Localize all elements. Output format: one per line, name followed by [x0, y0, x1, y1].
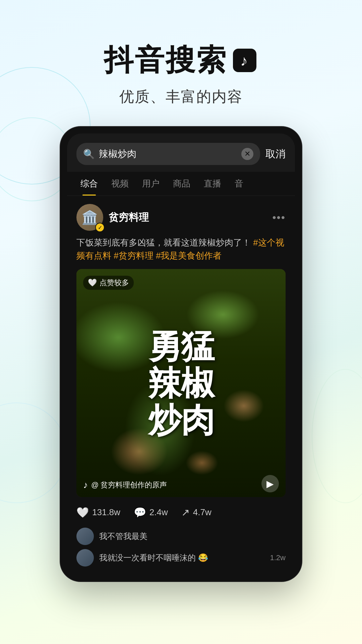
svg-text:♪: ♪	[240, 52, 249, 68]
tiktok-logo-icon: ♪	[231, 47, 258, 74]
commenter-avatar-1	[76, 528, 94, 545]
food-background: 🤍 点赞较多 勇猛辣椒炒肉 ♪ @ 贫穷料理创作的原声 ▶	[76, 269, 286, 497]
user-row: 🏛️ ✓ 贫穷料理 •••	[76, 204, 286, 231]
like-count[interactable]: 🤍 131.8w	[76, 506, 120, 518]
comment-item-1: 我不管我最美	[76, 528, 286, 545]
comment-count[interactable]: 💬 2.4w	[134, 506, 168, 518]
comment-count-text: 2.4w	[149, 507, 168, 518]
engagement-row: 🤍 131.8w 💬 2.4w ↗ 4.7w	[76, 504, 286, 521]
audio-text: @ 贫穷料理创作的原声	[91, 480, 167, 490]
video-thumbnail[interactable]: 🤍 点赞较多 勇猛辣椒炒肉 ♪ @ 贫穷料理创作的原声 ▶	[76, 269, 286, 497]
share-count-text: 4.7w	[193, 507, 212, 518]
user-avatar: 🏛️ ✓	[76, 204, 103, 231]
search-input-wrap[interactable]: 🔍 辣椒炒肉 ✕	[76, 143, 260, 165]
share-count[interactable]: ↗ 4.7w	[181, 506, 212, 518]
tab-直播[interactable]: 直播	[197, 172, 228, 196]
content-area: 🏛️ ✓ 贫穷料理 ••• 下饭菜到底有多凶猛，就看这道辣椒炒肉了！ #这个视频…	[67, 196, 295, 575]
post-text: 下饭菜到底有多凶猛，就看这道辣椒炒肉了！ #这个视频有点料 #贫穷料理 #我是美…	[76, 236, 286, 262]
tab-商品[interactable]: 商品	[166, 172, 197, 196]
verified-badge: ✓	[95, 223, 105, 232]
search-bar: 🔍 辣椒炒肉 ✕ 取消	[67, 133, 295, 172]
tab-音乐[interactable]: 音	[228, 172, 250, 196]
tab-视频[interactable]: 视频	[105, 172, 135, 196]
tab-综合[interactable]: 综合	[74, 172, 105, 196]
comment-reaction-count: 1.2w	[270, 553, 286, 562]
more-options-icon[interactable]: •••	[272, 211, 286, 224]
comment-item-2: 我就没一次看时不咽唾沫的 😂 1.2w	[76, 549, 286, 567]
heart-icon: 🤍	[76, 506, 89, 518]
likes-badge: 🤍 点赞较多	[83, 276, 134, 290]
tabs-bar: 综合 视频 用户 商品 直播 音	[67, 172, 295, 196]
video-overlay-text: 勇猛辣椒炒肉	[148, 328, 214, 438]
user-name: 贫穷料理	[109, 211, 267, 224]
search-cancel-button[interactable]: 取消	[265, 147, 286, 161]
like-count-text: 131.8w	[92, 507, 120, 518]
post-plain-text: 下饭菜到底有多凶猛，就看这道辣椒炒肉了！	[76, 237, 251, 248]
comment-preview: 我不管我最美 我就没一次看时不咽唾沫的 😂 1.2w	[76, 528, 286, 567]
likes-badge-text: 点赞较多	[100, 278, 129, 288]
hashtag-2[interactable]: #贫穷料理	[114, 251, 156, 261]
audio-bar: ♪ @ 贫穷料理创作的原声	[83, 480, 265, 490]
bg-ellipse-right	[312, 369, 362, 503]
heart-icon: 🤍	[88, 278, 97, 287]
title-text: 抖音搜索	[104, 40, 227, 80]
phone-inner: 🔍 辣椒炒肉 ✕ 取消 综合 视频 用户 商品 直播 音 🏛️ ✓ 贫穷料理	[67, 133, 295, 575]
phone-mockup: 🔍 辣椒炒肉 ✕ 取消 综合 视频 用户 商品 直播 音 🏛️ ✓ 贫穷料理	[60, 127, 302, 581]
tab-用户[interactable]: 用户	[135, 172, 166, 196]
search-clear-button[interactable]: ✕	[241, 148, 253, 160]
commenter-avatar-2	[76, 549, 94, 567]
play-button[interactable]: ▶	[261, 475, 279, 492]
bg-circle-3	[0, 402, 67, 503]
comment-icon: 💬	[134, 506, 146, 518]
music-note-icon: ♪	[83, 480, 88, 490]
share-icon: ↗	[181, 506, 190, 518]
search-icon: 🔍	[83, 149, 95, 160]
hashtag-3[interactable]: #我是美食创作者	[156, 251, 222, 261]
comment-text-2: 我就没一次看时不咽唾沫的 😂	[99, 552, 208, 563]
comment-text-1: 我不管我最美	[99, 531, 147, 542]
search-query-text: 辣椒炒肉	[99, 148, 237, 160]
